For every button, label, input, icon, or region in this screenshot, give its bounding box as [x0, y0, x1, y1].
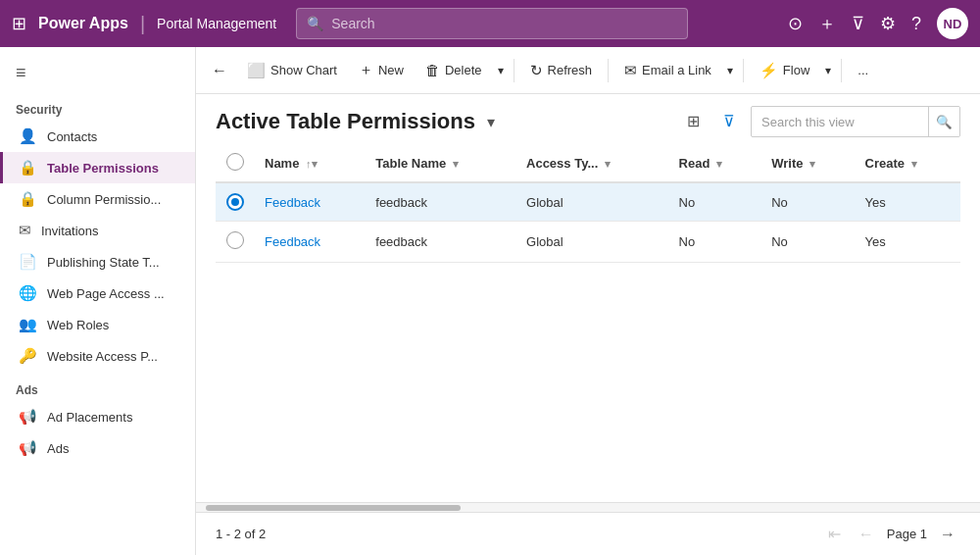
sidebar-item-table-permissions[interactable]: 🔒 Table Permissions — [0, 152, 195, 183]
table-row[interactable]: Feedback feedback Global No No Yes — [216, 222, 960, 263]
first-page-button[interactable]: ⇤ — [823, 522, 846, 546]
security-section-title: Security — [0, 91, 195, 121]
refresh-button[interactable]: ↻ Refresh — [520, 56, 603, 85]
next-page-button[interactable]: → — [935, 523, 960, 546]
sidebar-label-web-roles: Web Roles — [47, 318, 109, 332]
columns-icon: ⊞ — [687, 113, 700, 129]
filter-view-button[interactable]: ⊽ — [715, 108, 743, 135]
sidebar-item-invitations[interactable]: ✉ Invitations — [0, 215, 195, 246]
delete-dropdown[interactable]: ▾ — [494, 58, 508, 83]
ads-section-title: Ads — [0, 372, 195, 401]
global-search-input[interactable] — [331, 16, 677, 31]
ads-icon: 📢 — [19, 439, 37, 457]
columns-config-button[interactable]: ⊞ — [679, 108, 708, 135]
row-name[interactable]: Feedback — [255, 182, 366, 222]
website-access-icon: 🔑 — [19, 347, 37, 365]
add-icon[interactable]: ＋ — [818, 12, 836, 35]
delete-icon: 🗑 — [425, 62, 440, 78]
global-search-box[interactable]: 🔍 — [296, 8, 688, 39]
settings-icon[interactable]: ⚙ — [880, 13, 896, 34]
row-name-link[interactable]: Feedback — [265, 234, 320, 249]
sidebar-item-web-roles[interactable]: 👥 Web Roles — [0, 309, 195, 340]
help-icon[interactable]: ? — [911, 14, 921, 34]
refresh-icon: ↻ — [530, 62, 543, 79]
more-button[interactable]: ... — [848, 57, 878, 83]
app-brand: Power Apps — [38, 15, 128, 32]
sidebar-item-ad-placements[interactable]: 📢 Ad Placements — [0, 401, 195, 432]
col-name[interactable]: Name ↑▾ — [255, 145, 366, 182]
row-select-cell[interactable] — [216, 222, 255, 263]
web-page-access-icon: 🌐 — [19, 284, 37, 302]
row-read: No — [669, 182, 762, 222]
chart-icon: ⬜ — [247, 62, 266, 79]
view-search-input[interactable] — [752, 115, 928, 129]
row-radio[interactable] — [226, 193, 244, 211]
col-write[interactable]: Write ▾ — [761, 145, 855, 182]
nav-divider: | — [140, 13, 145, 35]
page-label: Page 1 — [887, 527, 927, 541]
page-header: Active Table Permissions ▾ ⊞ ⊽ 🔍 — [196, 94, 980, 145]
invitations-icon: ✉ — [19, 222, 31, 239]
flow-label: Flow — [783, 63, 809, 77]
row-create: Yes — [856, 182, 960, 222]
record-count: 1 - 2 of 2 — [216, 527, 266, 541]
email-link-button[interactable]: ✉ Email a Link — [614, 56, 721, 85]
prev-page-button[interactable]: ← — [854, 523, 879, 546]
col-access-type-label: Access Ty... — [526, 156, 598, 171]
email-dropdown[interactable]: ▾ — [723, 58, 737, 83]
toolbar-separator-2 — [608, 59, 609, 82]
ad-placements-icon: 📢 — [19, 408, 37, 426]
permissions-table: Name ↑▾ Table Name ▾ Access Ty... ▾ — [216, 145, 960, 263]
write-sort-icon: ▾ — [809, 158, 815, 170]
row-name-link[interactable]: Feedback — [265, 195, 320, 210]
new-label: New — [378, 63, 404, 77]
search-icon: 🔍 — [307, 16, 323, 31]
view-search-box[interactable]: 🔍 — [751, 106, 960, 137]
back-button[interactable]: ← — [204, 56, 235, 85]
col-create[interactable]: Create ▾ — [856, 145, 960, 182]
data-table-area: Name ↑▾ Table Name ▾ Access Ty... ▾ — [196, 145, 980, 502]
row-select-cell[interactable] — [216, 182, 255, 222]
hamburger-button[interactable]: ≡ — [0, 55, 195, 91]
sidebar-item-publishing-state[interactable]: 📄 Publishing State T... — [0, 246, 195, 278]
col-table-name[interactable]: Table Name ▾ — [366, 145, 516, 182]
col-read-label: Read — [679, 156, 710, 171]
filter-icon[interactable]: ⊽ — [852, 13, 864, 34]
horizontal-scrollbar[interactable] — [196, 502, 980, 512]
table-permissions-icon: 🔒 — [19, 159, 37, 177]
view-search-button[interactable]: 🔍 — [928, 106, 959, 137]
user-avatar[interactable]: ND — [937, 8, 968, 39]
new-button[interactable]: ＋ New — [349, 55, 414, 85]
hscroll-thumb[interactable] — [206, 505, 461, 511]
sidebar-item-column-permissions[interactable]: 🔒 Column Permissio... — [0, 183, 195, 215]
row-write: No — [761, 182, 855, 222]
sidebar-item-web-page-access[interactable]: 🌐 Web Page Access ... — [0, 278, 195, 309]
table-row[interactable]: Feedback feedback Global No No Yes — [216, 182, 960, 222]
name-sort-icon: ↑▾ — [306, 158, 318, 170]
flow-button[interactable]: ⚡ Flow — [750, 56, 819, 85]
sidebar-item-contacts[interactable]: 👤 Contacts — [0, 121, 195, 152]
show-chart-button[interactable]: ⬜ Show Chart — [237, 56, 347, 85]
sidebar-item-ads[interactable]: 📢 Ads — [0, 432, 195, 464]
main-layout: ≡ Security 👤 Contacts 🔒 Table Permission… — [0, 47, 980, 555]
sidebar-item-website-access[interactable]: 🔑 Website Access P... — [0, 340, 195, 372]
app-grid-icon[interactable]: ⊞ — [12, 13, 26, 34]
col-access-type[interactable]: Access Ty... ▾ — [516, 145, 669, 182]
col-read[interactable]: Read ▾ — [669, 145, 762, 182]
sidebar-label-contacts: Contacts — [47, 129, 97, 144]
select-all-radio[interactable] — [226, 153, 244, 171]
delete-label: Delete — [445, 63, 482, 77]
title-chevron-icon[interactable]: ▾ — [487, 113, 495, 131]
row-radio[interactable] — [226, 231, 244, 249]
delete-button[interactable]: 🗑 Delete — [416, 56, 492, 84]
show-chart-label: Show Chart — [270, 63, 337, 77]
sidebar-label-publishing-state: Publishing State T... — [47, 255, 160, 270]
row-access-type: Global — [516, 222, 669, 263]
row-table-name: feedback — [366, 182, 516, 222]
select-all-col[interactable] — [216, 145, 255, 182]
contacts-icon: 👤 — [19, 127, 37, 145]
flow-dropdown[interactable]: ▾ — [821, 58, 835, 83]
row-name[interactable]: Feedback — [255, 222, 366, 263]
web-roles-icon: 👥 — [19, 316, 37, 333]
checklist-icon[interactable]: ⊙ — [788, 13, 803, 34]
